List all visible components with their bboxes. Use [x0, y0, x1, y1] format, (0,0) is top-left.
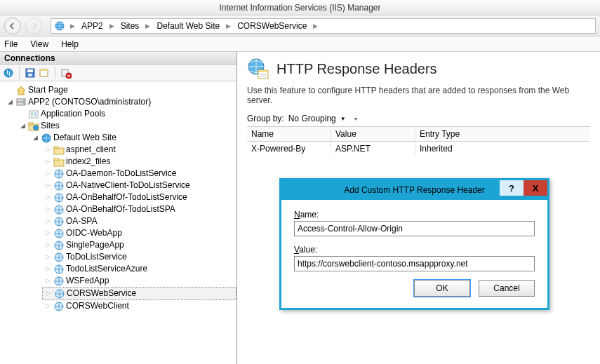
toolbar-separator [55, 67, 55, 79]
tree-app-pools[interactable]: Application Pools [17, 108, 236, 120]
webapp-icon [53, 252, 65, 263]
chevron-down-icon: ▼ [340, 116, 346, 122]
tree-app-node[interactable]: ▷OA-SPA [42, 215, 236, 227]
webapp-icon [53, 301, 65, 312]
tree-app-node[interactable]: ▷CORSWebService [42, 287, 236, 300]
folder-icon [53, 156, 65, 168]
tree-app-node[interactable]: ▷index2_files [42, 156, 236, 168]
svg-rect-5 [27, 69, 33, 72]
expand-twist-icon[interactable]: ◢ [18, 120, 27, 132]
tree-app-node[interactable]: ▷OA-OnBehalfOf-TodoListSPA [42, 203, 236, 215]
collapse-twist-icon[interactable]: ▷ [44, 227, 52, 239]
tree-label: TodoListServiceAzure [66, 263, 147, 275]
svg-rect-2 [7, 70, 8, 74]
col-header-name[interactable]: Name [247, 127, 331, 141]
collapse-twist-icon[interactable]: ▷ [44, 191, 52, 203]
dialog-name-label: Name: [294, 210, 535, 220]
chevron-right-icon: ▶ [107, 22, 116, 29]
breadcrumb-item[interactable]: Default Web Site [155, 21, 221, 31]
col-header-entry[interactable]: Entry Type [415, 127, 590, 141]
tree-default-web-site[interactable]: ◢ Default Web Site [29, 132, 236, 144]
tree-label: Default Web Site [53, 132, 116, 144]
back-button[interactable] [4, 18, 21, 34]
tree-sites[interactable]: ◢ Sites [17, 120, 236, 132]
breadcrumb-item[interactable]: Sites [119, 21, 141, 31]
tree-label: Sites [41, 120, 60, 132]
collapse-twist-icon[interactable]: ▷ [44, 263, 52, 275]
collapse-twist-icon[interactable]: ▷ [44, 239, 52, 251]
tree-app-node[interactable]: ▷aspnet_client [42, 144, 236, 156]
stop-server-icon[interactable] [60, 67, 72, 79]
svg-rect-19 [34, 112, 36, 116]
forward-button[interactable] [25, 18, 42, 34]
tree-app-node[interactable]: ▷CORSWebClient [42, 300, 236, 312]
dialog-help-button[interactable]: ? [500, 180, 524, 196]
menu-file[interactable]: File [4, 39, 18, 49]
svg-marker-12 [17, 86, 25, 95]
dialog-ok-button[interactable]: OK [414, 280, 470, 297]
menu-view[interactable]: View [30, 39, 48, 49]
tree-label: OA-OnBehalfOf-TodoListSPA [66, 203, 175, 215]
group-by-value: No Grouping [288, 114, 336, 123]
menu-help[interactable]: Help [61, 39, 79, 49]
grid-row[interactable]: X-Powered-By ASP.NET Inherited [247, 142, 590, 156]
tree-label: OA-NativeClient-ToDoListService [66, 180, 190, 191]
tree-app-node[interactable]: ▷WSFedApp [42, 275, 236, 287]
collapse-twist-icon[interactable]: ▷ [44, 203, 52, 215]
dialog-close-button[interactable]: X [524, 180, 547, 196]
tree-app-node[interactable]: ▷ToDoListService [42, 251, 236, 263]
tree-label: APP2 (CONTOSO\administrator) [28, 96, 151, 108]
tree-server-node[interactable]: ◢ APP2 (CONTOSO\administrator) [4, 96, 236, 108]
col-header-value[interactable]: Value [331, 127, 415, 141]
connect-icon[interactable] [3, 67, 14, 79]
tree-label: aspnet_client [66, 144, 116, 156]
breadcrumb[interactable]: ▶ APP2 ▶ Sites ▶ Default Web Site ▶ CORS… [51, 18, 596, 34]
tree-app-node[interactable]: ▷OIDC-WebApp [42, 227, 236, 239]
svg-point-15 [23, 100, 25, 101]
connections-tree[interactable]: Start Page ◢ APP2 (CONTOSO\administrator… [0, 81, 236, 364]
feature-title: HTTP Response Headers [276, 61, 437, 77]
webapp-icon [53, 192, 65, 203]
tree-start-page[interactable]: Start Page [4, 84, 236, 96]
tree-app-node[interactable]: ▷OA-NativeClient-ToDoListService [42, 180, 236, 191]
open-list-icon[interactable] [39, 67, 50, 79]
add-header-dialog: Add Custom HTTP Response Header ? X Name… [279, 178, 549, 310]
dialog-name-input[interactable] [294, 221, 535, 236]
breadcrumb-item[interactable]: CORSWebService [236, 21, 308, 31]
svg-point-1 [4, 69, 13, 77]
collapse-twist-icon[interactable]: ▷ [44, 251, 52, 263]
group-by-extra-chevron[interactable]: ▾ [354, 116, 357, 122]
tree-app-node[interactable]: ▷OA-OnBehalfOf-TodoListService [42, 191, 236, 203]
collapse-twist-icon[interactable]: ▷ [44, 300, 52, 312]
sites-folder-icon [28, 121, 39, 132]
save-icon[interactable] [25, 67, 36, 79]
collapse-twist-icon[interactable]: ▷ [44, 275, 52, 287]
collapse-twist-icon[interactable]: ▷ [44, 168, 52, 180]
collapse-twist-icon[interactable]: ▷ [44, 180, 52, 191]
dialog-cancel-button[interactable]: Cancel [479, 280, 535, 297]
breadcrumb-item[interactable]: APP2 [80, 21, 105, 31]
cell-entry: Inherited [415, 142, 590, 156]
dialog-titlebar[interactable]: Add Custom HTTP Response Header ? X [281, 180, 547, 200]
collapse-twist-icon[interactable]: ▷ [44, 288, 53, 299]
svg-rect-42 [258, 70, 268, 72]
dialog-value-input[interactable] [294, 256, 535, 271]
tree-label: OA-Daemon-ToDoListService [66, 168, 176, 180]
feature-pane: HTTP Response Headers Use this feature t… [237, 52, 600, 364]
connections-header: Connections [0, 52, 236, 65]
collapse-twist-icon[interactable]: ▷ [44, 156, 52, 168]
collapse-twist-icon[interactable]: ▷ [44, 144, 52, 156]
expand-twist-icon[interactable]: ◢ [6, 96, 14, 108]
collapse-twist-icon[interactable]: ▷ [44, 215, 52, 227]
svg-rect-3 [9, 72, 10, 76]
group-by-dropdown[interactable]: No Grouping ▼ [288, 114, 346, 123]
folder-icon [53, 144, 65, 156]
expand-twist-icon[interactable]: ◢ [31, 132, 39, 144]
webapp-icon [53, 228, 65, 239]
tree-label: Start Page [28, 84, 68, 96]
tree-app-node[interactable]: ▷TodoListServiceAzure [42, 263, 236, 275]
tree-app-node[interactable]: ▷SinglePageApp [42, 239, 236, 251]
menu-bar: File View Help [0, 36, 600, 52]
tree-app-node[interactable]: ▷OA-Daemon-ToDoListService [42, 168, 236, 180]
svg-rect-25 [54, 147, 58, 149]
